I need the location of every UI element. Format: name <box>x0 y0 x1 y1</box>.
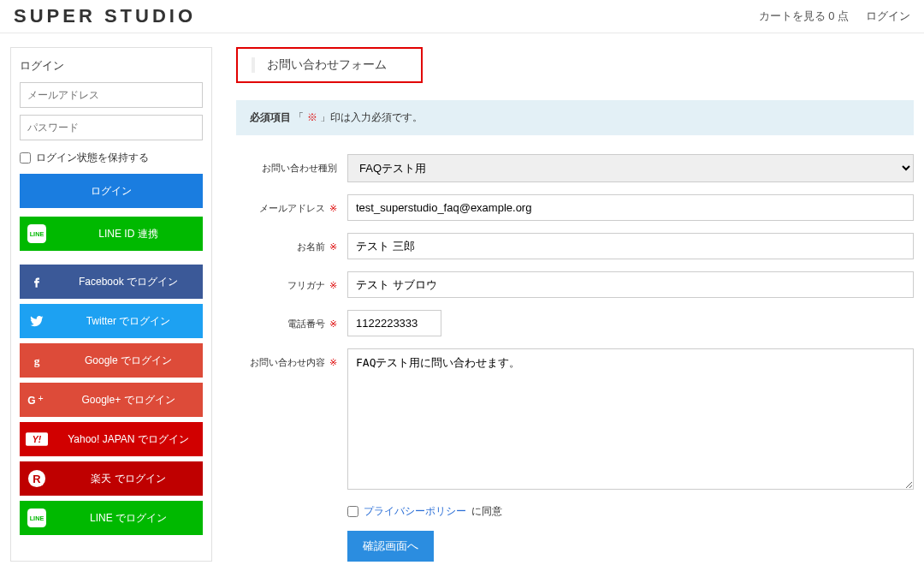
svg-text:Y!: Y! <box>33 435 42 444</box>
line-icon: LINE <box>20 501 54 535</box>
form-title: お問い合わせフォーム <box>252 57 387 73</box>
svg-text:G: G <box>27 395 35 407</box>
social-label: 楽天 でログイン <box>54 472 203 486</box>
svg-text:LINE: LINE <box>30 230 44 238</box>
keep-login-label: ログイン状態を保持する <box>36 151 149 165</box>
social-login-facebook[interactable]: Facebook でログイン <box>20 265 203 299</box>
social-label: Facebook でログイン <box>54 275 203 289</box>
social-login-rakuten[interactable]: R楽天 でログイン <box>20 461 203 496</box>
privacy-consent-checkbox[interactable] <box>347 506 358 517</box>
social-label: Yahoo! JAPAN でログイン <box>54 432 203 447</box>
line-icon: LINE <box>20 217 54 251</box>
label-kana: フリガナ ※ <box>236 271 347 292</box>
svg-text:LINE: LINE <box>30 515 44 522</box>
social-label: LINE でログイン <box>54 511 203 526</box>
login-button[interactable]: ログイン <box>20 174 203 208</box>
social-login-twitter[interactable]: Twitter でログイン <box>20 304 203 338</box>
logo: SUPER STUDIO <box>14 5 196 27</box>
header-right: カートを見る 0 点 ログイン <box>759 9 910 24</box>
label-content: お問い合わせ内容 ※ <box>236 348 347 369</box>
social-login-google[interactable]: gGoogle でログイン <box>20 343 203 378</box>
privacy-policy-link[interactable]: プライバシーポリシー <box>364 504 466 519</box>
inquiry-kana-input[interactable] <box>347 271 914 298</box>
label-email: メールアドレス ※ <box>236 194 347 215</box>
keep-login-checkbox[interactable] <box>20 152 31 164</box>
fb-icon <box>20 265 54 299</box>
required-notice: 必須項目 「 ※ 」印は入力必須です。 <box>236 100 914 135</box>
required-mark: ※ <box>307 111 317 123</box>
cart-link[interactable]: カートを見る 0 点 <box>759 9 849 24</box>
inquiry-email-input[interactable] <box>347 194 914 221</box>
yh-icon: Y! <box>20 422 54 456</box>
social-login-line-login[interactable]: LINELINE でログイン <box>20 501 203 535</box>
notice-prefix: 必須項目 <box>250 111 291 123</box>
label-name: お名前 ※ <box>236 233 347 253</box>
svg-text:+: + <box>38 393 43 403</box>
password-input[interactable] <box>20 115 203 140</box>
login-sidebar: ログイン ログイン状態を保持する ログイン LINELINE ID 連携Face… <box>10 47 212 562</box>
header: SUPER STUDIO カートを見る 0 点 ログイン <box>0 0 924 33</box>
header-login-link[interactable]: ログイン <box>866 9 910 24</box>
social-label: Google でログイン <box>54 354 203 368</box>
social-label: Google+ でログイン <box>54 393 203 407</box>
gp-icon: G+ <box>20 383 54 417</box>
social-login-yahoo[interactable]: Y!Yahoo! JAPAN でログイン <box>20 422 203 456</box>
keep-login-row[interactable]: ログイン状態を保持する <box>20 151 203 165</box>
inquiry-phone-input[interactable] <box>347 310 441 336</box>
gg-icon: g <box>20 343 54 378</box>
svg-text:g: g <box>34 354 40 367</box>
confirm-button[interactable]: 確認画面へ <box>347 531 434 562</box>
inquiry-name-input[interactable] <box>347 233 914 259</box>
social-login-line-link[interactable]: LINELINE ID 連携 <box>20 217 203 251</box>
svg-text:R: R <box>33 473 40 485</box>
inquiry-content-textarea[interactable]: FAQテスト用に問い合わせます。 <box>347 348 914 490</box>
tw-icon <box>20 304 54 338</box>
social-label: LINE ID 連携 <box>54 227 203 241</box>
rt-icon: R <box>20 461 54 496</box>
consent-suffix: に同意 <box>471 504 502 519</box>
main-content: お問い合わせフォーム 必須項目 「 ※ 」印は入力必須です。 お問い合わせ種別 … <box>236 47 914 562</box>
inquiry-type-select[interactable]: FAQテスト用 <box>347 154 914 182</box>
sidebar-title: ログイン <box>20 58 203 74</box>
label-type: お問い合わせ種別 <box>236 154 347 175</box>
social-label: Twitter でログイン <box>54 314 203 329</box>
form-title-highlight: お問い合わせフォーム <box>236 47 423 83</box>
social-login-googleplus[interactable]: G+Google+ でログイン <box>20 383 203 417</box>
label-phone: 電話番号 ※ <box>236 310 347 330</box>
email-input[interactable] <box>20 82 203 108</box>
